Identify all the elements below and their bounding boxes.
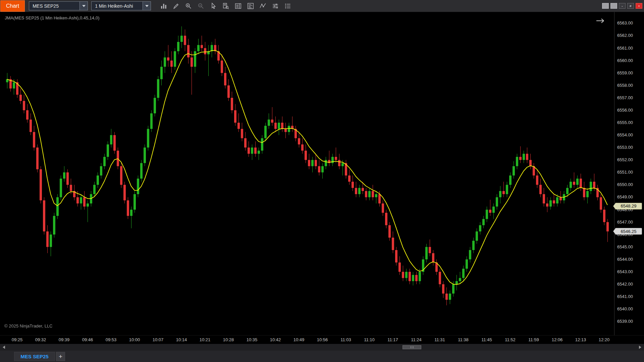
time-tick-label: 10:07 (153, 337, 164, 342)
add-tab-button[interactable]: + (56, 352, 65, 361)
time-tick-label: 10:28 (223, 337, 234, 342)
copyright-text: © 2025 NinjaTrader, LLC (4, 323, 53, 328)
zigzag-icon[interactable] (258, 1, 268, 11)
scrollbar-thumb[interactable] (402, 345, 421, 349)
time-tick-label: 11:03 (340, 337, 351, 342)
pointer-icon[interactable] (209, 1, 218, 11)
time-tick-label: 09:32 (35, 337, 46, 342)
candlestick-canvas[interactable] (0, 12, 614, 335)
price-tick-label: 6560.00 (617, 58, 633, 63)
price-tick-label: 6545.00 (617, 244, 633, 249)
time-tick-label: 09:25 (12, 337, 23, 342)
chart-trader-icon[interactable] (233, 1, 243, 11)
time-tick-label: 09:53 (106, 337, 117, 342)
market-depth-icon[interactable] (246, 1, 255, 11)
horizontal-scrollbar[interactable] (0, 344, 644, 351)
price-tick-label: 6539.00 (617, 319, 633, 324)
chart-tab-bar: MES SEP25 + (0, 351, 644, 362)
time-tick-label: 10:14 (176, 337, 187, 342)
time-tick-label: 11:38 (458, 337, 469, 342)
time-tick-label: 11:45 (481, 337, 492, 342)
interval-selector-value: 1 Min Heiken-Ashi (92, 2, 143, 10)
instrument-selector[interactable]: MES SEP25 (29, 1, 88, 10)
time-tick-label: 11:52 (505, 337, 516, 342)
chart-style-icon[interactable] (159, 1, 168, 11)
minimize-button[interactable] (619, 3, 626, 9)
price-tick-label: 6554.00 (617, 132, 633, 137)
last-price-marker: 6546.25 (615, 228, 642, 235)
time-tick-label: 09:46 (82, 337, 93, 342)
analyze-icon[interactable] (221, 1, 230, 11)
price-tick-label: 6547.00 (617, 220, 633, 225)
time-tick-label: 11:17 (387, 337, 398, 342)
price-tick-label: 6553.00 (617, 145, 633, 150)
time-tick-label: 10:21 (200, 337, 211, 342)
price-axis[interactable]: 6548.29 6546.25 6563.006562.006561.00656… (614, 12, 644, 335)
price-tick-label: 6563.00 (617, 20, 633, 25)
ninjatrader-chart-window: Chart MES SEP25 1 Min Heiken-Ashi (0, 0, 644, 362)
time-tick-label: 10:42 (270, 337, 281, 342)
price-tick-label: 6541.00 (617, 294, 633, 299)
time-tick-label: 12:06 (552, 337, 563, 342)
time-tick-label: 11:59 (528, 337, 539, 342)
time-tick-label: 12:20 (599, 337, 610, 342)
tab-mes-sep25[interactable]: MES SEP25 (14, 352, 55, 361)
price-tick-label: 6557.00 (617, 95, 633, 100)
instrument-selector-value: MES SEP25 (29, 2, 79, 10)
price-tick-label: 6542.00 (617, 282, 633, 287)
price-tick-label: 6550.00 (617, 182, 633, 187)
chevron-down-icon[interactable] (143, 2, 151, 10)
price-tick-label: 6562.00 (617, 33, 633, 38)
time-tick-label: 11:24 (411, 337, 422, 342)
price-tick-label: 6558.00 (617, 83, 633, 88)
time-axis[interactable]: 09:2509:3209:3909:4609:5310:0010:0710:14… (0, 335, 644, 344)
time-tick-label: 09:39 (59, 337, 70, 342)
time-tick-label: 10:00 (129, 337, 140, 342)
window-controls (602, 3, 644, 9)
indicator-label: JMA(MES SEP25 (1 Min Heiken-Ashi),0.45,1… (5, 15, 100, 20)
chart-menu-button[interactable]: Chart (0, 0, 25, 12)
price-tick-label: 6555.00 (617, 120, 633, 125)
scroll-to-latest-arrow-icon[interactable] (595, 17, 605, 24)
time-tick-label: 10:56 (317, 337, 328, 342)
price-tick-label: 6544.00 (617, 257, 633, 262)
chevron-down-icon[interactable] (79, 2, 88, 10)
data-box-icon[interactable] (283, 1, 292, 11)
toolbar-icon-row (159, 1, 292, 11)
price-tick-label: 6540.00 (617, 306, 633, 311)
workspace-button[interactable] (602, 3, 609, 9)
properties-icon[interactable] (271, 1, 280, 11)
toolbar: Chart MES SEP25 1 Min Heiken-Ashi (0, 0, 644, 12)
workspace-button[interactable] (610, 3, 617, 9)
time-tick-label: 10:35 (247, 337, 258, 342)
price-tick-label: 6549.00 (617, 194, 633, 199)
price-tick-label: 6543.00 (617, 269, 633, 274)
price-tick-label: 6556.00 (617, 108, 633, 113)
scroll-right-arrow-icon[interactable] (639, 346, 641, 349)
zoom-out-icon[interactable] (196, 1, 206, 11)
scroll-left-arrow-icon[interactable] (3, 346, 5, 349)
price-tick-label: 6559.00 (617, 70, 633, 75)
time-tick-label: 10:49 (293, 337, 305, 342)
chart-region: JMA(MES SEP25 (1 Min Heiken-Ashi),0.45,1… (0, 12, 644, 335)
jma-price-marker: 6548.29 (615, 203, 642, 209)
restore-button[interactable] (627, 3, 634, 9)
chart-plot[interactable]: JMA(MES SEP25 (1 Min Heiken-Ashi),0.45,1… (0, 12, 614, 335)
close-button[interactable] (636, 3, 642, 9)
time-tick-label: 12:13 (575, 337, 586, 342)
interval-selector[interactable]: 1 Min Heiken-Ashi (91, 1, 151, 10)
price-tick-label: 6552.00 (617, 157, 633, 162)
time-tick-label: 11:10 (364, 337, 375, 342)
price-tick-label: 6561.00 (617, 46, 633, 51)
time-tick-label: 11:31 (434, 337, 445, 342)
price-tick-label: 6551.00 (617, 170, 633, 175)
drawing-tools-icon[interactable] (171, 1, 181, 11)
zoom-in-icon[interactable] (184, 1, 193, 11)
